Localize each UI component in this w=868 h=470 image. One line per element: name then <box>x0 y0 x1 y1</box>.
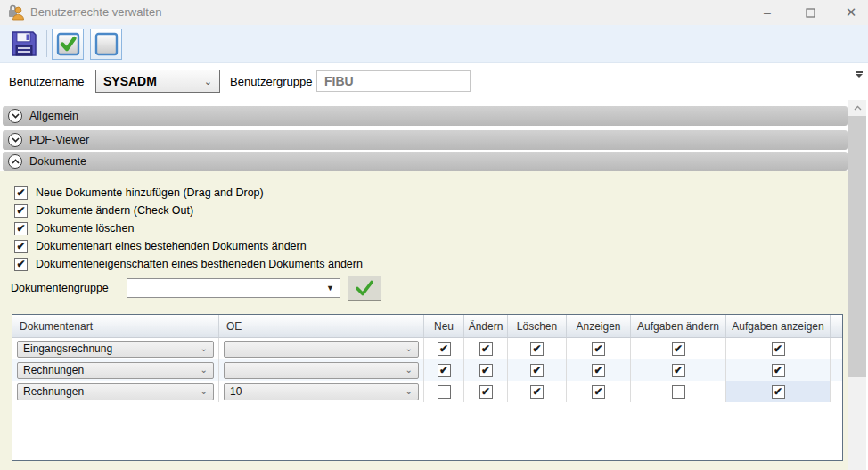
permission-checkbox[interactable] <box>14 204 28 218</box>
table-checkbox[interactable] <box>772 385 785 399</box>
column-header: Ändern <box>464 315 508 337</box>
vertical-scrollbar[interactable] <box>848 100 866 470</box>
window: Benutzerrechte verwalten – ✕ <box>0 0 868 470</box>
section-header-allgemein[interactable]: Allgemein <box>3 106 848 126</box>
table-cell <box>631 338 726 359</box>
table-checkbox[interactable] <box>530 364 544 377</box>
section-label: Allgemein <box>29 110 78 122</box>
section-header-pdf-viewer[interactable]: PDF-Viewer <box>3 130 848 150</box>
chevron-down-icon: ⌄ <box>405 387 413 396</box>
toolbar <box>0 25 868 63</box>
benutzername-value: SYSADM <box>103 74 204 88</box>
dokumentenart-select[interactable]: Eingangsrechnung⌄ <box>17 341 214 358</box>
table-cell: 10⌄ <box>219 381 424 402</box>
toolbar-separator <box>46 30 47 57</box>
minimize-button[interactable]: – <box>757 4 777 21</box>
permission-item: Dokumenteneigenschaften eines besthenede… <box>14 255 363 273</box>
oe-select[interactable]: ⌄ <box>224 362 419 379</box>
green-check-icon <box>355 280 374 296</box>
oe-select[interactable]: 10⌄ <box>224 383 419 400</box>
apply-group-button[interactable] <box>348 276 381 301</box>
table-checkbox[interactable] <box>438 364 451 377</box>
table-cell <box>464 338 508 359</box>
table-checkbox[interactable] <box>479 385 493 399</box>
uncheck-all-button[interactable] <box>90 29 122 60</box>
dokumentenart-select[interactable]: Rechnungen⌄ <box>17 362 214 379</box>
table-row: Rechnungen⌄⌄ <box>12 359 842 381</box>
permission-label: Dokumente löschen <box>36 222 134 235</box>
table-cell <box>508 359 567 381</box>
titlebar: Benutzerrechte verwalten – ✕ <box>0 0 868 25</box>
benutzergruppe-input[interactable] <box>316 70 471 92</box>
table-cell: Rechnungen⌄ <box>12 381 219 402</box>
table-checkbox[interactable] <box>672 342 685 356</box>
table-cell <box>726 359 831 381</box>
empty-checkbox-icon <box>94 32 119 56</box>
table-cell: Eingangsrechnung⌄ <box>12 338 219 359</box>
permission-item: Dokumente ändern (Check Out) <box>14 202 363 219</box>
table-checkbox[interactable] <box>530 385 544 399</box>
user-lock-icon <box>7 4 25 21</box>
table-cell <box>464 381 508 402</box>
table-checkbox[interactable] <box>772 342 785 356</box>
permission-label: Neue Dokumente hinzufügen (Drag and Drop… <box>36 186 264 199</box>
table-cell <box>508 381 567 402</box>
scrollbar-thumb[interactable] <box>848 116 866 377</box>
table-body: Eingangsrechnung⌄⌄Rechnungen⌄⌄Rechnungen… <box>12 338 842 402</box>
table-checkbox[interactable] <box>479 342 493 356</box>
table-checkbox[interactable] <box>592 385 605 399</box>
toolbar-overflow-button[interactable] <box>854 71 864 82</box>
maximize-button[interactable] <box>800 4 820 21</box>
table-checkbox[interactable] <box>438 385 451 399</box>
table-cell-filler <box>831 359 842 381</box>
table-checkbox[interactable] <box>592 364 605 377</box>
table-cell <box>508 338 567 359</box>
column-header: Anzeigen <box>567 315 631 337</box>
column-header: Aufgaben ändern <box>631 315 726 337</box>
section-header-dokumente[interactable]: Dokumente <box>3 152 848 171</box>
table-row: Rechnungen⌄10⌄ <box>12 381 842 402</box>
dropdown-value: Rechnungen <box>23 385 201 398</box>
table-checkbox[interactable] <box>672 385 685 399</box>
table-cell <box>631 359 726 381</box>
permission-checkbox[interactable] <box>14 240 28 253</box>
table-checkbox[interactable] <box>479 364 493 377</box>
permission-label: Dokumente ändern (Check Out) <box>36 204 193 217</box>
table-checkbox[interactable] <box>592 342 605 356</box>
close-button[interactable]: ✕ <box>841 4 861 21</box>
table-cell: Rechnungen⌄ <box>12 359 219 381</box>
table-cell-filler <box>831 381 842 402</box>
column-header: Aufgaben anzeigen <box>726 315 831 337</box>
oe-select[interactable]: ⌄ <box>224 341 419 358</box>
permission-checkbox[interactable] <box>14 186 28 200</box>
table-checkbox[interactable] <box>672 364 685 377</box>
benutzergruppe-label: Benutzergruppe <box>230 75 313 88</box>
window-title: Benutzerrechte verwalten <box>30 0 161 25</box>
table-checkbox[interactable] <box>530 342 544 356</box>
permission-list: Neue Dokumente hinzufügen (Drag and Drop… <box>14 184 363 273</box>
permission-label: Dokumentenart eines bestehenden Dokument… <box>36 240 307 252</box>
table-row: Eingangsrechnung⌄⌄ <box>12 338 842 359</box>
table-checkbox[interactable] <box>438 342 451 356</box>
permission-checkbox[interactable] <box>14 258 28 271</box>
save-button[interactable] <box>7 28 41 60</box>
dokumentengruppe-select[interactable]: ▼ <box>127 278 340 298</box>
dokumentenart-select[interactable]: Rechnungen⌄ <box>17 383 214 400</box>
permission-checkbox[interactable] <box>14 222 28 235</box>
check-all-button[interactable] <box>52 29 84 60</box>
table-header: DokumentenartOENeuÄndernLöschenAnzeigenA… <box>12 315 842 338</box>
chevron-down-icon: ⌄ <box>204 77 212 87</box>
column-header: Löschen <box>508 315 567 337</box>
table-cell: ⌄ <box>219 338 424 359</box>
scroll-up-button[interactable] <box>848 100 866 115</box>
table-checkbox[interactable] <box>772 364 785 377</box>
overflow-bar-icon <box>856 71 863 73</box>
column-header: OE <box>219 315 424 337</box>
table-cell: ⌄ <box>219 359 424 381</box>
chevron-down-icon: ⌄ <box>201 344 208 353</box>
benutzername-select[interactable]: SYSADM ⌄ <box>95 70 220 93</box>
permission-item: Dokumentenart eines bestehenden Dokument… <box>14 237 363 255</box>
chevron-down-icon: ⌄ <box>405 366 413 375</box>
table-cell <box>424 359 464 381</box>
table-cell <box>631 381 726 402</box>
